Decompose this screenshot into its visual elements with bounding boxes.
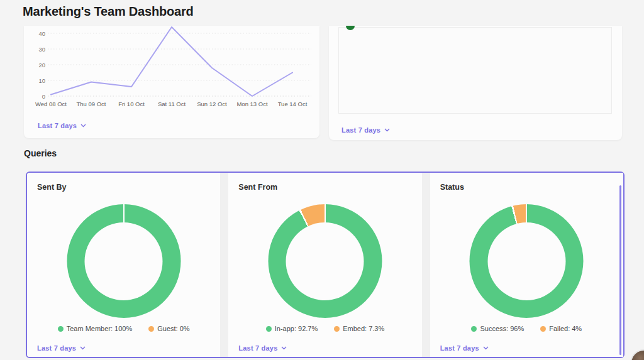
svg-text:30: 30	[38, 46, 45, 53]
user-avatar[interactable]	[630, 349, 644, 360]
messages-line-chart-card: 010203040Wed 08 OctThu 09 OctFri 10 OctS…	[24, 26, 319, 138]
chevron-down-icon	[80, 124, 86, 128]
chevron-down-icon	[80, 346, 86, 350]
legend-label: Success: 96%	[480, 325, 524, 332]
svg-text:20: 20	[38, 62, 45, 68]
period-label: Last 7 days	[38, 122, 77, 129]
legend-item[interactable]: In-app: 92.7%	[266, 325, 318, 332]
legend-dot	[148, 326, 154, 332]
legend-label: Team Member: 100%	[67, 325, 133, 332]
secondary-chart-card: Last 7 days	[329, 26, 622, 140]
chevron-down-icon	[281, 346, 287, 350]
chevron-down-icon	[483, 346, 489, 350]
donut-hole	[286, 222, 364, 300]
legend-label: Failed: 4%	[549, 325, 582, 332]
legend-dot	[334, 326, 340, 332]
dashboard-page: Marketing's Team Dashboard 010203040Wed …	[0, 0, 644, 360]
period-label: Last 7 days	[37, 344, 76, 352]
legend-dot	[471, 326, 477, 332]
page-header: Marketing's Team Dashboard	[0, 0, 644, 25]
legend-label: In-app: 92.7%	[275, 325, 318, 332]
status-card: Status Success: 96%Failed: 4% Last 7 day…	[430, 173, 623, 357]
chart-legend: Success: 96%Failed: 4%	[430, 325, 623, 332]
svg-text:Sat 11 Oct: Sat 11 Oct	[158, 101, 186, 107]
svg-text:Mon 13 Oct: Mon 13 Oct	[236, 101, 267, 107]
legend-item[interactable]: Guest: 0%	[148, 325, 189, 332]
svg-text:Sun 12 Oct: Sun 12 Oct	[197, 101, 227, 107]
legend-item[interactable]: Embed: 7.3%	[334, 325, 384, 332]
legend-item[interactable]: Failed: 4%	[540, 325, 582, 332]
period-dropdown[interactable]: Last 7 days	[38, 122, 86, 129]
svg-text:Fri 10 Oct: Fri 10 Oct	[118, 101, 145, 107]
svg-text:Wed 08 Oct: Wed 08 Oct	[35, 101, 67, 107]
queries-panel[interactable]: Sent By Team Member: 100%Guest: 0% Last …	[26, 172, 625, 358]
legend-label: Guest: 0%	[157, 325, 189, 332]
period-dropdown[interactable]: Last 7 days	[341, 126, 390, 134]
svg-text:Tue 14 Oct: Tue 14 Oct	[278, 101, 308, 107]
legend-dot	[266, 326, 272, 332]
line-chart: 010203040Wed 08 OctThu 09 OctFri 10 OctS…	[24, 26, 319, 112]
legend-item[interactable]: Success: 96%	[471, 325, 524, 332]
card-title: Sent By	[37, 183, 67, 192]
scrollbar-thumb[interactable]	[619, 185, 621, 355]
sent-from-card: Sent From In-app: 92.7%Embed: 7.3% Last …	[228, 173, 421, 357]
period-label: Last 7 days	[440, 344, 479, 352]
chart-legend: Team Member: 100%Guest: 0%	[27, 325, 220, 332]
page-title: Marketing's Team Dashboard	[23, 4, 193, 19]
period-label: Last 7 days	[341, 126, 380, 134]
queries-section-title: Queries	[24, 148, 57, 158]
svg-text:Thu 09 Oct: Thu 09 Oct	[77, 101, 106, 107]
svg-text:10: 10	[38, 77, 45, 84]
legend-dot	[540, 326, 546, 332]
card-title: Sent From	[238, 183, 277, 192]
card-title: Status	[440, 183, 464, 192]
donut-chart	[470, 204, 584, 318]
donut-hole	[487, 222, 565, 300]
sent-by-card: Sent By Team Member: 100%Guest: 0% Last …	[27, 173, 220, 357]
svg-text:0: 0	[42, 93, 45, 100]
period-dropdown[interactable]: Last 7 days	[238, 344, 287, 352]
empty-chart-area	[338, 27, 612, 114]
legend-item[interactable]: Team Member: 100%	[58, 325, 133, 332]
donut-chart	[67, 204, 180, 318]
legend-dot	[58, 326, 64, 332]
chart-legend: In-app: 92.7%Embed: 7.3%	[228, 325, 421, 332]
svg-text:40: 40	[38, 30, 45, 37]
donut-hole	[85, 222, 163, 300]
period-label: Last 7 days	[238, 344, 277, 352]
period-dropdown[interactable]: Last 7 days	[37, 344, 86, 352]
donut-chart	[268, 204, 382, 318]
period-dropdown[interactable]: Last 7 days	[440, 344, 489, 352]
legend-label: Embed: 7.3%	[343, 325, 384, 332]
chevron-down-icon	[384, 128, 390, 132]
